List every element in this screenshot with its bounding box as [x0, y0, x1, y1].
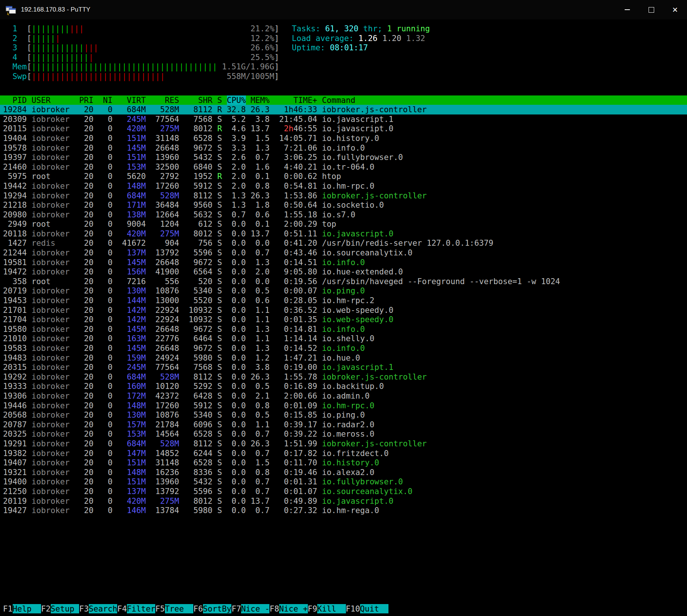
memory-meter: Mem[||||||||||||||||||||||||||||||||||||…	[0, 62, 687, 72]
process-row[interactable]: 19306 iobroker 20 0 172M 42372 6428 S 0.…	[0, 391, 687, 401]
uptime-label: Uptime:	[292, 43, 330, 52]
process-row[interactable]: 19294 iobroker 20 0 684M 528M 8112 S 1.3…	[0, 191, 687, 201]
process-row[interactable]: 19580 iobroker 20 0 145M 26648 9672 S 0.…	[0, 324, 687, 334]
process-row[interactable]: 21701 iobroker 20 0 142M 22924 10932 S 0…	[0, 305, 687, 315]
spacer	[0, 81, 687, 95]
process-row[interactable]: 19583 iobroker 20 0 145M 26648 9672 S 0.…	[0, 343, 687, 353]
fkey-f2[interactable]: F2Setup	[41, 604, 79, 613]
process-row[interactable]: 21250 iobroker 20 0 137M 13792 5596 S 0.…	[0, 487, 687, 496]
column-header-mem[interactable]: MEM%	[250, 95, 269, 105]
process-row[interactable]: 19382 iobroker 20 0 147M 14852 6244 S 0.…	[0, 449, 687, 458]
fkey-f5[interactable]: F5Tree	[155, 604, 193, 613]
process-row[interactable]: 19581 iobroker 20 0 145M 26648 9672 S 0.…	[0, 258, 687, 267]
minimize-icon	[625, 9, 630, 10]
putty-icon	[5, 4, 16, 15]
threads-count: 320	[344, 24, 358, 33]
process-row[interactable]: 21010 iobroker 20 0 163M 22776 6464 S 0.…	[0, 334, 687, 343]
process-row[interactable]: 20787 iobroker 20 0 157M 21784 6096 S 0.…	[0, 420, 687, 430]
load-15min: 1.32	[406, 34, 425, 43]
fkey-f6[interactable]: F6SortBy	[193, 604, 231, 613]
column-header-pid[interactable]: PID	[3, 95, 27, 105]
process-row[interactable]: 20309 iobroker 20 0 245M 77564 7568 S 5.…	[0, 114, 687, 124]
column-header-command[interactable]: Command	[322, 95, 355, 105]
process-row[interactable]: 21218 iobroker 20 0 171M 36484 9560 S 1.…	[0, 200, 687, 210]
process-row[interactable]: 19291 iobroker 20 0 684M 528M 8112 S 0.0…	[0, 439, 687, 449]
terminal: 1 [||||||||||| 21.2%] 2 [|||||| 12.2%] 3…	[0, 19, 687, 616]
process-row[interactable]: 19407 iobroker 20 0 151M 31148 6528 S 0.…	[0, 458, 687, 468]
tasks-label: Tasks:	[292, 24, 325, 33]
process-row[interactable]: 19400 iobroker 20 0 151M 13960 5432 S 0.…	[0, 477, 687, 487]
maximize-icon	[649, 7, 654, 13]
fkey-f1[interactable]: F1Help	[3, 604, 41, 613]
process-row[interactable]: 21704 iobroker 20 0 142M 22924 10932 S 0…	[0, 315, 687, 324]
fkey-f10[interactable]: F10Quit	[346, 604, 389, 613]
process-row[interactable]: 20115 iobroker 20 0 420M 275M 8012 R 4.6…	[0, 124, 687, 133]
process-row[interactable]: 1427 redis 20 0 41672 904 756 S 0.0 0.0 …	[0, 238, 687, 248]
process-row[interactable]: 19453 iobroker 20 0 144M 13000 5520 S 0.…	[0, 296, 687, 305]
column-header-s[interactable]: S	[217, 95, 222, 105]
process-row-selected[interactable]: 19284 iobroker 20 0 684M 528M 8112 R 32.…	[0, 105, 687, 114]
process-row[interactable]: 2949 root 20 0 9004 1204 612 S 0.0 0.1 2…	[0, 219, 687, 229]
header-stats: Tasks: 61, 320 thr; 1 running Load avera…	[292, 24, 430, 53]
swap-meter: Swp[|||||||||||||||||||||||||||| 558M/10…	[0, 72, 687, 81]
tasks-summary: Tasks: 61, 320 thr; 1 running	[292, 24, 430, 34]
load-5min: 1.20	[382, 34, 406, 43]
process-row[interactable]: 20568 iobroker 20 0 130M 10876 5340 S 0.…	[0, 410, 687, 420]
close-icon: ✕	[672, 6, 678, 13]
column-header-virt[interactable]: VIRT	[117, 95, 146, 105]
process-row[interactable]: 21460 iobroker 20 0 153M 32500 6840 S 2.…	[0, 162, 687, 172]
threads-label: thr;	[359, 24, 387, 33]
process-row[interactable]: 19333 iobroker 20 0 160M 10120 5292 S 0.…	[0, 381, 687, 391]
running-count: 1 running	[387, 24, 430, 33]
process-row[interactable]: 19292 iobroker 20 0 684M 528M 8112 S 0.0…	[0, 372, 687, 382]
fkey-f8[interactable]: F8Nice +	[269, 604, 307, 613]
process-row[interactable]: 19446 iobroker 20 0 148M 17260 5912 S 0.…	[0, 401, 687, 411]
function-key-bar: F1Help F2Setup F3SearchF4FilterF5Tree F6…	[0, 604, 687, 614]
process-row[interactable]: 19321 iobroker 20 0 148M 16236 8336 S 0.…	[0, 468, 687, 477]
minimize-button[interactable]	[615, 0, 639, 19]
fkey-f4[interactable]: F4Filter	[117, 604, 155, 613]
tasks-count: 61,	[325, 24, 344, 33]
column-header-time[interactable]: TIME+	[274, 95, 317, 105]
column-header-cpu[interactable]: CPU%	[227, 95, 246, 105]
process-row[interactable]: 19427 iobroker 20 0 146M 13784 5980 S 0.…	[0, 506, 687, 515]
column-header-ni[interactable]: NI	[98, 95, 112, 105]
table-header: PID USER PRI NI VIRT RES SHR S CPU% MEM%…	[0, 95, 687, 105]
uptime-value: 08:01:17	[330, 43, 368, 52]
close-button[interactable]: ✕	[663, 0, 687, 19]
process-row[interactable]: 20315 iobroker 20 0 245M 77564 7568 S 0.…	[0, 362, 687, 372]
process-row[interactable]: 19404 iobroker 20 0 151M 31148 6528 S 3.…	[0, 133, 687, 143]
process-row[interactable]: 20118 iobroker 20 0 420M 275M 8012 S 0.0…	[0, 229, 687, 239]
process-table-body: 19284 iobroker 20 0 684M 528M 8112 R 32.…	[0, 105, 687, 515]
column-header-shr[interactable]: SHR	[184, 95, 213, 105]
process-row[interactable]: 19397 iobroker 20 0 151M 13960 5432 S 2.…	[0, 153, 687, 162]
process-row[interactable]: 19472 iobroker 20 0 156M 41900 6564 S 0.…	[0, 267, 687, 277]
column-header-user[interactable]: USER	[32, 95, 75, 105]
window-titlebar: 192.168.170.83 - PuTTY ✕	[0, 0, 687, 19]
process-row[interactable]: 19483 iobroker 20 0 159M 24924 5980 S 0.…	[0, 353, 687, 363]
window-controls: ✕	[615, 0, 687, 19]
load-average: Load average: 1.26 1.20 1.32	[292, 34, 430, 43]
fkey-f9[interactable]: F9Kill	[308, 604, 346, 613]
window-title: 192.168.170.83 - PuTTY	[21, 6, 90, 13]
process-row[interactable]: 20325 iobroker 20 0 153M 14564 6528 S 0.…	[0, 429, 687, 439]
load-1min: 1.26	[359, 34, 382, 43]
process-row[interactable]: 19578 iobroker 20 0 145M 26648 9672 S 3.…	[0, 143, 687, 153]
fkey-f7[interactable]: F7Nice -	[231, 604, 269, 613]
process-row[interactable]: 20119 iobroker 20 0 420M 275M 8012 S 0.0…	[0, 496, 687, 506]
process-row[interactable]: 19442 iobroker 20 0 148M 17260 5912 S 2.…	[0, 181, 687, 191]
uptime: Uptime: 08:01:17	[292, 43, 430, 53]
process-row[interactable]: 358 root 20 0 7216 556 520 S 0.0 0.0 0:1…	[0, 277, 687, 286]
process-row[interactable]: 5975 root 20 0 5620 2792 1952 R 2.0 0.1 …	[0, 172, 687, 181]
maximize-button[interactable]	[639, 0, 663, 19]
fkey-f3[interactable]: F3Search	[79, 604, 117, 613]
load-label: Load average:	[292, 34, 359, 43]
process-row[interactable]: 20980 iobroker 20 0 138M 12664 5632 S 0.…	[0, 210, 687, 220]
process-row[interactable]: 20719 iobroker 20 0 130M 10876 5340 S 0.…	[0, 286, 687, 296]
column-header-pri[interactable]: PRI	[79, 95, 93, 105]
process-row[interactable]: 21244 iobroker 20 0 137M 13792 5596 S 0.…	[0, 248, 687, 258]
column-header-res[interactable]: RES	[151, 95, 179, 105]
cpu-4-meter: 4 [||||||||||||| 25.5%]	[0, 53, 687, 62]
